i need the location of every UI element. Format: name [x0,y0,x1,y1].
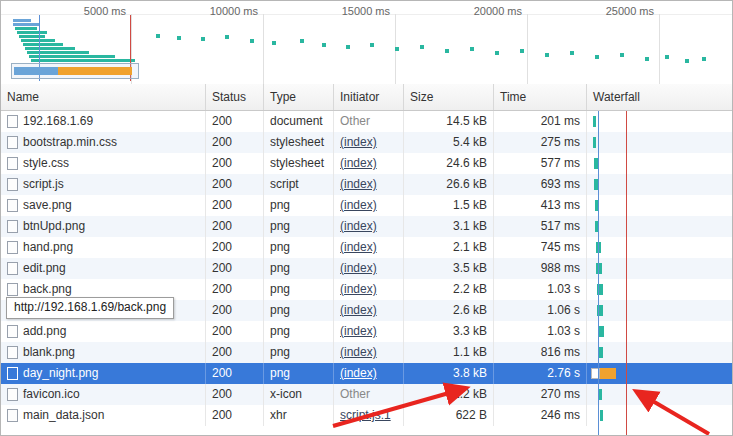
request-size: 24.6 kB [404,153,494,174]
request-initiator-cell: (index) [334,216,404,237]
column-header-waterfall[interactable]: Waterfall [587,84,732,110]
table-row[interactable]: main_data.json 200 xhr script.js:1 622 B… [1,405,732,426]
request-initiator-link[interactable]: (index) [340,177,377,191]
request-name-cell[interactable]: save.png [1,195,206,216]
table-row[interactable]: add.png 200 png (index) 3.3 kB 1.03 s [1,321,732,342]
table-row[interactable]: btnUpd.png 200 png (index) 3.1 kB 517 ms [1,216,732,237]
table-row[interactable]: bootstrap.min.css 200 stylesheet (index)… [1,132,732,153]
request-initiator-link[interactable]: (index) [340,282,377,296]
request-initiator-link[interactable]: (index) [340,219,377,233]
request-initiator-link[interactable]: (index) [340,261,377,275]
request-waterfall [587,363,732,384]
request-waterfall [587,258,732,279]
request-size: 26.6 kB [404,174,494,195]
table-row[interactable]: edit.png 200 png (index) 3.5 kB 988 ms [1,258,732,279]
request-type: png [264,195,334,216]
request-name-cell[interactable]: style.css [1,153,206,174]
file-icon [7,157,18,170]
table-row[interactable]: save.png 200 png (index) 1.5 kB 413 ms [1,195,732,216]
request-waterfall [587,321,732,342]
request-name: bootstrap.min.css [23,132,117,153]
request-initiator-link[interactable]: (index) [340,135,377,149]
request-initiator-cell: script.js:1 [334,405,404,426]
column-header-time[interactable]: Time [494,84,587,110]
network-panel: 5000 ms 10000 ms 15000 ms 20000 ms 25000… [0,0,733,436]
request-name-cell[interactable]: day_night.png [1,363,206,384]
request-name-cell[interactable]: bootstrap.min.css [1,132,206,153]
table-row[interactable]: favicon.ico 200 x-icon Other 1.2 kB 270 … [1,384,732,405]
timeline-dot [445,49,449,53]
timeline-dot [665,55,669,59]
request-name-cell[interactable]: script.js [1,174,206,195]
file-icon [7,199,18,212]
request-name-cell[interactable]: edit.png [1,258,206,279]
request-name-cell[interactable]: add.png [1,321,206,342]
request-size: 5.4 kB [404,132,494,153]
column-header-size[interactable]: Size [404,84,494,110]
request-initiator-cell: (index) [334,300,404,321]
waterfall-bar [593,137,596,148]
request-size: 3.3 kB [404,321,494,342]
request-time: 745 ms [494,237,587,258]
request-status: 200 [206,258,264,279]
request-type: png [264,279,334,300]
column-header-status[interactable]: Status [206,84,264,110]
request-time: 1.06 s [494,300,587,321]
timeline-dot [645,57,649,61]
column-header-name[interactable]: Name [1,84,206,110]
request-initiator-cell: (index) [334,153,404,174]
request-initiator-link[interactable]: script.js:1 [340,408,391,422]
column-header-type[interactable]: Type [264,84,334,110]
request-name-cell[interactable]: 192.168.1.69 [1,111,206,132]
request-initiator-link[interactable]: (index) [340,240,377,254]
table-header: Name Status Type Initiator Size Time Wat… [1,84,732,111]
table-row[interactable]: day_night.png 200 png (index) 3.8 kB 2.7… [1,363,732,384]
overview-bar [25,47,75,50]
request-name-cell[interactable]: main_data.json [1,405,206,426]
column-header-initiator[interactable]: Initiator [334,84,404,110]
table-row[interactable]: blank.png 200 png (index) 1.1 kB 816 ms [1,342,732,363]
timeline-dot [300,39,304,43]
timeline-overview[interactable]: 5000 ms 10000 ms 15000 ms 20000 ms 25000… [1,1,732,85]
request-initiator-link[interactable]: (index) [340,366,377,380]
table-row[interactable]: style.css 200 stylesheet (index) 24.6 kB… [1,153,732,174]
request-type: png [264,363,334,384]
waterfall-bar [593,116,596,127]
load-event-line [626,111,627,435]
request-initiator-link[interactable]: (index) [340,345,377,359]
overview-bar [31,59,135,62]
timeline-dot [395,47,399,51]
request-name: add.png [23,321,66,342]
request-name-cell[interactable]: blank.png [1,342,206,363]
table-row[interactable]: hand.png 200 png (index) 2.1 kB 745 ms [1,237,732,258]
request-name-cell[interactable]: btnUpd.png [1,216,206,237]
request-type: script [264,174,334,195]
overview-selection-handle[interactable] [11,63,139,79]
request-initiator-cell: (index) [334,279,404,300]
request-status: 200 [206,300,264,321]
request-initiator-cell: Other [334,384,404,405]
request-size: 1.5 kB [404,195,494,216]
file-icon [7,367,18,380]
table-row[interactable]: 192.168.1.69 200 document Other 14.5 kB … [1,111,732,132]
request-waterfall [587,132,732,153]
request-name-cell[interactable]: favicon.ico [1,384,206,405]
request-name: 192.168.1.69 [23,111,93,132]
request-time: 413 ms [494,195,587,216]
request-type: png [264,258,334,279]
request-initiator-link[interactable]: (index) [340,324,377,338]
waterfall-bar [596,263,602,274]
dom-content-loaded-line [598,111,599,435]
request-initiator: Other [340,114,370,128]
request-time: 988 ms [494,258,587,279]
request-size: 1.1 kB [404,342,494,363]
request-name-cell[interactable]: hand.png [1,237,206,258]
request-initiator-link[interactable]: (index) [340,156,377,170]
timeline-dot [702,57,706,61]
request-initiator-link[interactable]: (index) [340,303,377,317]
request-initiator-cell: (index) [334,363,404,384]
request-waterfall [587,300,732,321]
table-row[interactable]: script.js 200 script (index) 26.6 kB 693… [1,174,732,195]
request-initiator-link[interactable]: (index) [340,198,377,212]
timeline-dot [470,47,474,51]
